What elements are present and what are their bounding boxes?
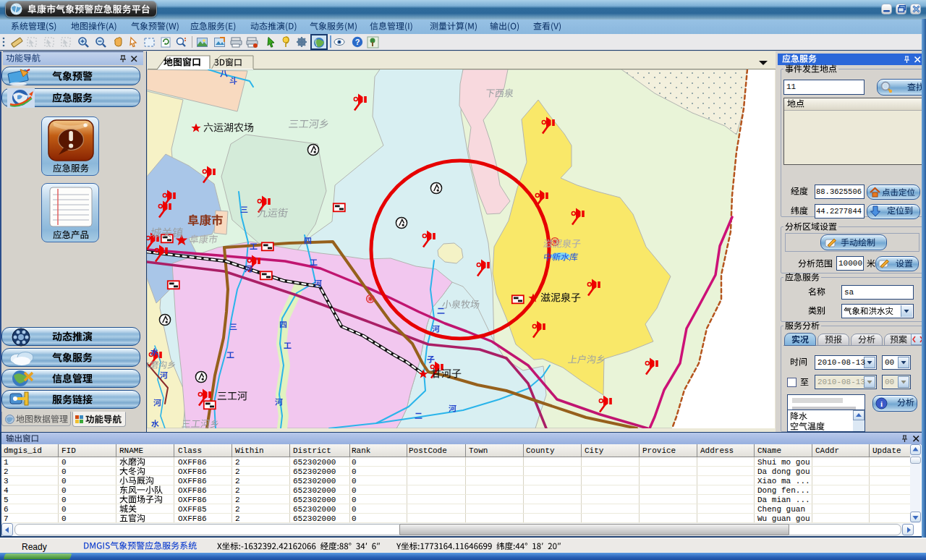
svg-text:i: i [880,399,883,408]
svg-text:?: ? [354,38,360,46]
